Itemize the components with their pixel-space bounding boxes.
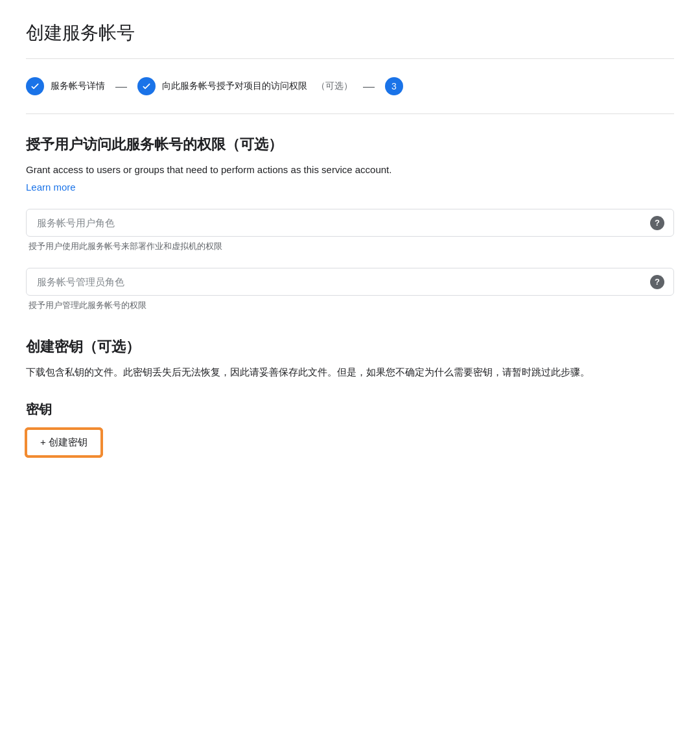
key-section-desc: 下载包含私钥的文件。此密钥丢失后无法恢复，因此请妥善保存此文件。但是，如果您不确… — [26, 364, 674, 380]
step-2: 向此服务帐号授予对项目的访问权限 （可选） — [137, 77, 353, 95]
stepper-divider — [26, 113, 674, 114]
stepper: 服务帐号详情 — 向此服务帐号授予对项目的访问权限 （可选） — 3 — [26, 77, 674, 95]
service-account-user-role-input[interactable] — [37, 217, 642, 228]
grant-section-title: 授予用户访问此服务帐号的权限（可选） — [26, 135, 674, 154]
keys-subtitle: 密钥 — [26, 401, 674, 418]
page-title: 创建服务帐号 — [26, 21, 674, 45]
step-1-done-icon — [26, 77, 44, 95]
grant-section: 授予用户访问此服务帐号的权限（可选） Grant access to users… — [26, 135, 674, 311]
step-2-label: 向此服务帐号授予对项目的访问权限 — [162, 80, 307, 92]
learn-more-link[interactable]: Learn more — [26, 182, 76, 193]
title-divider — [26, 58, 674, 59]
step-1: 服务帐号详情 — [26, 77, 105, 95]
page-container: 创建服务帐号 服务帐号详情 — 向此服务帐号授予对项目的访问权限 （可选） — … — [0, 0, 700, 477]
step-2-optional: （可选） — [316, 80, 353, 92]
field2-wrapper[interactable]: ? — [26, 268, 674, 296]
field1-help-icon[interactable]: ? — [650, 216, 664, 230]
field2-group: ? 授予用户管理此服务帐号的权限 — [26, 268, 674, 311]
connector-1: — — [115, 80, 127, 93]
grant-section-desc: Grant access to users or groups that nee… — [26, 162, 674, 178]
step-3-number: 3 — [385, 77, 403, 95]
service-account-admin-role-input[interactable] — [37, 276, 642, 287]
field2-hint: 授予用户管理此服务帐号的权限 — [29, 300, 674, 311]
field1-hint: 授予用户使用此服务帐号来部署作业和虚拟机的权限 — [29, 241, 674, 252]
field1-group: ? 授予用户使用此服务帐号来部署作业和虚拟机的权限 — [26, 209, 674, 252]
step-2-done-icon — [137, 77, 156, 95]
key-section: 创建密钥（可选） 下载包含私钥的文件。此密钥丢失后无法恢复，因此请妥善保存此文件… — [26, 337, 674, 456]
step-1-label: 服务帐号详情 — [51, 80, 105, 92]
connector-2: — — [363, 80, 375, 93]
field1-wrapper[interactable]: ? — [26, 209, 674, 237]
field2-help-icon[interactable]: ? — [650, 275, 664, 289]
key-section-title: 创建密钥（可选） — [26, 337, 674, 357]
create-key-button[interactable]: + 创建密钥 — [26, 429, 102, 456]
